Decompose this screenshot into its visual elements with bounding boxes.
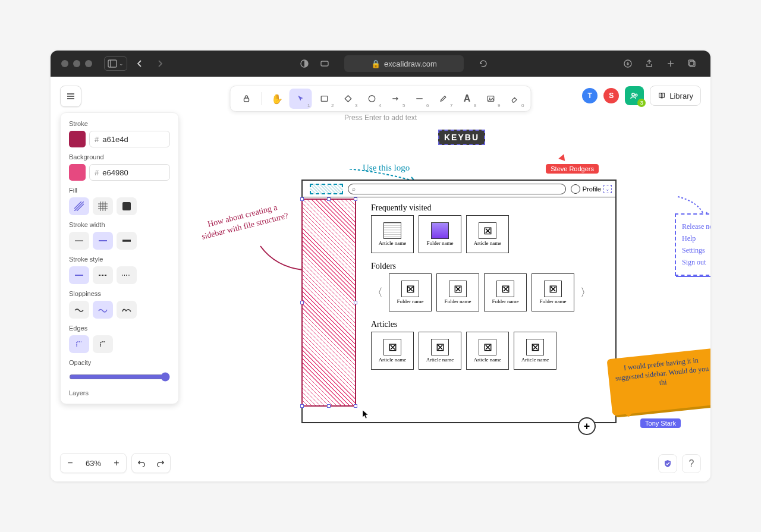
wireframe-mockup[interactable]: ⌕ Profile ⌄: [301, 180, 617, 423]
wf-card[interactable]: ⊠Folder name: [389, 273, 432, 311]
collab-cursor-icon: [558, 154, 568, 163]
wf-logo-slot[interactable]: [310, 184, 343, 194]
wf-profile[interactable]: Profile ⌄: [571, 184, 612, 194]
wf-topbar: ⌕ Profile ⌄: [303, 181, 615, 197]
canvas-hint: Press Enter to add text: [51, 114, 710, 122]
chevron-down-icon: ⌄: [119, 61, 124, 67]
wf-card[interactable]: ⊠Article name: [419, 332, 461, 370]
url-text: excalidraw.com: [384, 59, 437, 68]
nav-back-button[interactable]: [132, 56, 147, 71]
wf-card[interactable]: Article name: [371, 215, 414, 253]
avatar-icon: [571, 184, 580, 194]
canvas[interactable]: Press Enter to add text KEYBU Steve Rodg…: [51, 77, 710, 481]
wf-card[interactable]: ⊠Article name: [514, 332, 556, 370]
wf-dropdown-toggle[interactable]: ⌄: [603, 185, 612, 193]
new-tab-icon[interactable]: [663, 56, 678, 71]
wf-add-fab[interactable]: +: [578, 417, 596, 435]
traffic-min-icon[interactable]: [73, 60, 80, 67]
menu-item[interactable]: Sign out: [682, 258, 710, 267]
tabs-icon[interactable]: [684, 56, 700, 71]
share-icon[interactable]: [641, 56, 657, 71]
nav-forward-button[interactable]: [152, 56, 168, 71]
lock-icon: 🔒: [371, 59, 380, 68]
wf-card[interactable]: ⊠Folder name: [484, 273, 527, 311]
wf-card[interactable]: Folder name: [419, 215, 461, 253]
collab-cursor-label: Steve Rodgers: [546, 164, 599, 174]
wf-content: Frequently visited Article name Folder n…: [371, 203, 609, 416]
download-icon[interactable]: [620, 56, 636, 71]
search-icon: ⌕: [352, 185, 356, 192]
browser-chrome: ⌄ 🔒 excalidraw.com: [51, 51, 710, 77]
wf-section-title: Folders: [371, 262, 609, 271]
reload-icon[interactable]: [476, 56, 491, 71]
wf-card[interactable]: ⊠Folder name: [532, 273, 574, 311]
keybu-logo-element[interactable]: KEYBU: [438, 130, 485, 145]
menu-item[interactable]: Help: [682, 234, 710, 243]
collab-cursor-label: Tony Stark: [640, 418, 681, 428]
annotation-sidebar[interactable]: How about creating a sidebar with file s…: [198, 200, 290, 243]
menu-item[interactable]: Release notes: [682, 222, 710, 231]
traffic-close-icon[interactable]: [61, 60, 68, 67]
sidebar-toggle-button[interactable]: ⌄: [104, 56, 127, 71]
carousel-next-button[interactable]: 〉: [579, 285, 592, 300]
wf-section-title: Frequently visited: [371, 203, 609, 213]
wf-sidebar-selected-rect[interactable]: [301, 199, 356, 407]
traffic-lights: [61, 60, 92, 67]
translate-icon[interactable]: [317, 56, 332, 71]
wf-section-title: Articles: [371, 320, 609, 329]
shield-icon[interactable]: [297, 56, 312, 71]
wf-card[interactable]: ⊠Folder name: [436, 273, 479, 311]
svg-rect-0: [108, 60, 117, 67]
mouse-cursor-icon: [362, 410, 369, 419]
traffic-max-icon[interactable]: [85, 60, 92, 67]
wf-card[interactable]: ⊠Article name: [371, 332, 414, 370]
wf-profile-menu[interactable]: Release notes Help Settings Sign out: [675, 213, 710, 276]
carousel-prev-button[interactable]: 〈: [371, 285, 384, 300]
url-bar[interactable]: 🔒 excalidraw.com: [344, 55, 464, 72]
svg-rect-3: [321, 61, 328, 66]
browser-window: ⌄ 🔒 excalidraw.com: [51, 51, 710, 481]
app-area: ✋ 1 2 3 4 5 6 7 A8 9 0 T S 3 Library: [51, 77, 710, 481]
wf-search-input[interactable]: ⌕: [348, 184, 566, 194]
wf-card[interactable]: ⊠Article name: [466, 332, 509, 370]
sticky-note[interactable]: I would prefer having it in suggested si…: [607, 348, 710, 415]
menu-item[interactable]: Settings: [682, 246, 710, 255]
wf-card[interactable]: ⊠Article name: [466, 215, 509, 253]
